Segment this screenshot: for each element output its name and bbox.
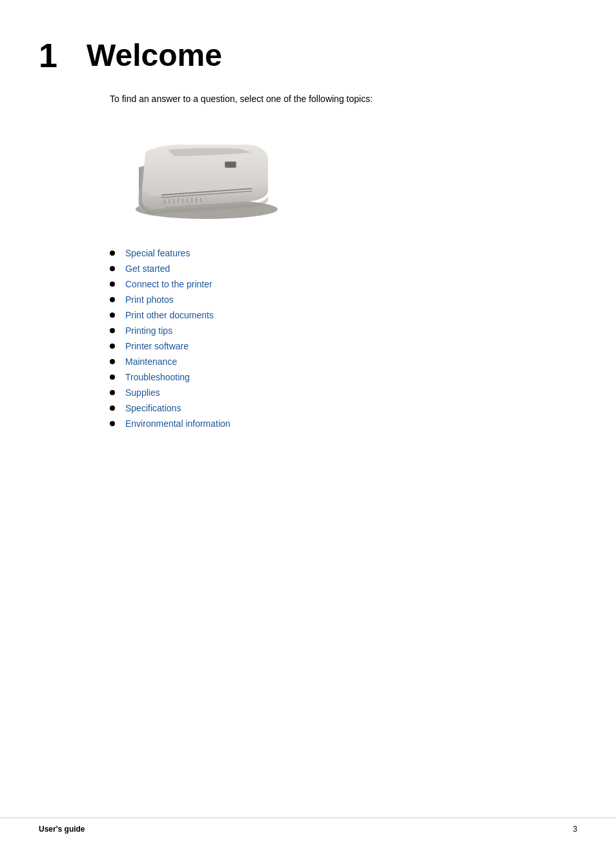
bullet-icon xyxy=(110,297,115,302)
list-item: Get started xyxy=(110,263,577,274)
topic-link-troubleshooting[interactable]: Troubleshooting xyxy=(125,372,190,382)
topics-list: Special featuresGet startedConnect to th… xyxy=(110,248,577,429)
bullet-icon xyxy=(110,390,115,395)
bullet-icon xyxy=(110,406,115,411)
list-item: Environmental information xyxy=(110,418,577,429)
list-item: Specifications xyxy=(110,403,577,413)
list-item: Troubleshooting xyxy=(110,372,577,382)
header-section: 1 Welcome xyxy=(39,26,577,73)
bullet-icon xyxy=(110,359,115,364)
list-item: Connect to the printer xyxy=(110,279,577,289)
list-item: Print photos xyxy=(110,294,577,305)
list-item: Print other documents xyxy=(110,310,577,320)
topic-link-supplies[interactable]: Supplies xyxy=(125,387,160,398)
list-item: Supplies xyxy=(110,387,577,398)
bullet-icon xyxy=(110,251,115,256)
list-item: Maintenance xyxy=(110,356,577,367)
bullet-icon xyxy=(110,313,115,318)
list-item: Special features xyxy=(110,248,577,258)
intro-text: To find an answer to a question, select … xyxy=(110,92,577,106)
footer-page-number: 3 xyxy=(573,825,577,834)
footer: User's guide 3 xyxy=(0,817,616,834)
chapter-number: 1 xyxy=(39,39,71,72)
footer-label: User's guide xyxy=(39,825,85,834)
topic-link-printer-software[interactable]: Printer software xyxy=(125,341,189,351)
bullet-icon xyxy=(110,328,115,333)
topic-link-specifications[interactable]: Specifications xyxy=(125,403,181,413)
bullet-icon xyxy=(110,344,115,349)
topic-link-printing-tips[interactable]: Printing tips xyxy=(125,325,172,336)
list-item: Printing tips xyxy=(110,325,577,336)
topic-link-maintenance[interactable]: Maintenance xyxy=(125,356,177,367)
bullet-icon xyxy=(110,282,115,287)
topic-link-environmental-information[interactable]: Environmental information xyxy=(125,418,231,429)
topic-link-print-other-documents[interactable]: Print other documents xyxy=(125,310,214,320)
topic-link-connect-to-printer[interactable]: Connect to the printer xyxy=(125,279,212,289)
content-area: To find an answer to a question, select … xyxy=(110,92,577,429)
bullet-icon xyxy=(110,375,115,380)
list-item: Printer software xyxy=(110,341,577,351)
topic-link-print-photos[interactable]: Print photos xyxy=(125,294,174,305)
topic-link-get-started[interactable]: Get started xyxy=(125,263,170,274)
page-container: 1 Welcome To find an answer to a questio… xyxy=(0,0,616,853)
bullet-icon xyxy=(110,266,115,271)
topic-link-special-features[interactable]: Special features xyxy=(125,248,190,258)
printer-image-container xyxy=(110,125,291,229)
bullet-icon xyxy=(110,421,115,426)
printer-illustration xyxy=(110,125,291,229)
chapter-title: Welcome xyxy=(87,39,222,73)
svg-rect-2 xyxy=(225,162,236,167)
